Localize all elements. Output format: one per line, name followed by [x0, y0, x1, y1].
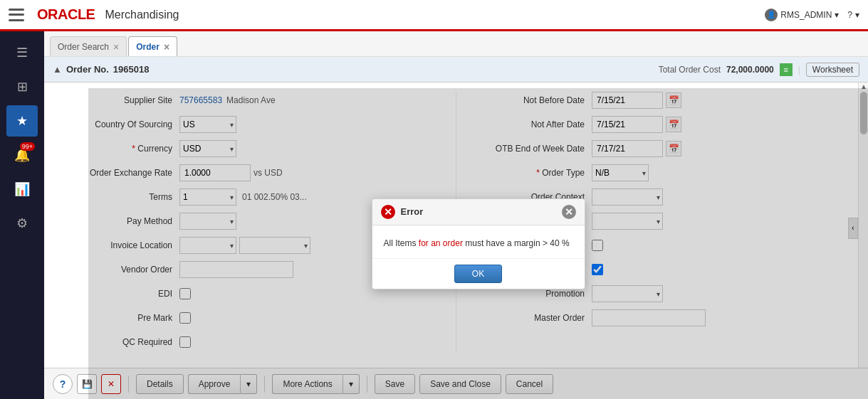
dialog-title: Error: [401, 206, 424, 217]
dialog-header: ✕ Error ✕: [372, 199, 585, 225]
dialog-close-button[interactable]: ✕: [562, 205, 576, 219]
help-icon: ?: [847, 10, 852, 20]
collapse-icon[interactable]: ▲: [53, 64, 62, 75]
chart-icon: 📊: [14, 181, 30, 197]
top-bar-left: ORACLE Merchandising: [9, 6, 179, 23]
main-content: ▲ Order No. 1965018 Total Order Cost 72,…: [44, 57, 868, 399]
order-header-right: Total Order Cost 72,000.0000 ≡ | Workshe…: [659, 63, 859, 77]
sidebar-item-notifications[interactable]: 🔔 99+: [6, 139, 38, 171]
user-dropdown-icon[interactable]: ▾: [835, 10, 839, 20]
help-question-icon: ?: [60, 378, 66, 390]
tab-order[interactable]: Order ×: [128, 36, 177, 56]
dialog-body: All Items for an order must have a margi…: [372, 225, 585, 258]
error-dialog-overlay: ✕ Error ✕ All Items for an order must ha…: [88, 88, 868, 399]
order-number-value: 1965018: [113, 64, 150, 75]
user-info[interactable]: 👤 RMS_ADMIN ▾: [765, 9, 839, 21]
sidebar-item-home[interactable]: ⊞: [6, 71, 38, 102]
user-avatar-icon: 👤: [765, 9, 778, 21]
star-icon: ★: [16, 113, 28, 129]
left-sidebar: ☰ ⊞ ★ 🔔 99+ 📊 ⚙: [0, 31, 44, 399]
worksheet-status: Worksheet: [806, 63, 859, 77]
oracle-logo: ORACLE: [37, 6, 95, 23]
notification-badge: 99+: [20, 142, 35, 151]
spreadsheet-icon[interactable]: ≡: [780, 63, 793, 76]
total-cost-value: 72,000.0000: [726, 65, 774, 75]
top-bar: ORACLE Merchandising 👤 RMS_ADMIN ▾ ? ▾: [0, 0, 868, 31]
separator: |: [798, 65, 800, 75]
app-title: Merchandising: [105, 9, 179, 21]
hamburger-menu-icon[interactable]: [9, 9, 24, 21]
dialog-message-text: All Items for an order must have a margi…: [384, 238, 570, 248]
tab-order-label: Order: [136, 42, 160, 52]
help-button[interactable]: ?: [53, 374, 73, 394]
gear-icon: ⚙: [16, 216, 28, 231]
sidebar-item-menu[interactable]: ☰: [6, 37, 38, 68]
error-icon: ✕: [381, 205, 395, 219]
tab-order-close[interactable]: ×: [164, 42, 169, 52]
home-icon: ⊞: [17, 79, 28, 95]
dialog-title-row: ✕ Error: [381, 205, 424, 219]
user-name: RMS_ADMIN: [780, 10, 832, 20]
tab-order-search-close[interactable]: ×: [113, 42, 119, 52]
dialog-footer: OK: [372, 258, 585, 289]
sidebar-item-favorites[interactable]: ★: [6, 105, 38, 137]
top-bar-right: 👤 RMS_ADMIN ▾ ? ▾: [765, 9, 859, 21]
error-dialog: ✕ Error ✕ All Items for an order must ha…: [372, 198, 585, 289]
menu-icon: ☰: [16, 45, 28, 60]
sidebar-item-reports[interactable]: 📊: [6, 174, 38, 205]
help-button[interactable]: ? ▾: [847, 10, 859, 20]
tab-bar: Order Search × Order ×: [44, 31, 868, 57]
order-number-label: Order No.: [66, 64, 109, 75]
help-dropdown-icon[interactable]: ▾: [855, 10, 859, 20]
tab-order-search[interactable]: Order Search ×: [50, 36, 127, 56]
tab-order-search-label: Order Search: [58, 42, 109, 52]
total-cost-label: Total Order Cost: [659, 65, 721, 75]
oracle-text: ORACLE: [37, 6, 95, 23]
dialog-ok-button[interactable]: OK: [454, 265, 502, 283]
sidebar-item-settings[interactable]: ⚙: [6, 208, 38, 239]
order-number: ▲ Order No. 1965018: [53, 64, 149, 75]
order-header: ▲ Order No. 1965018 Total Order Cost 72,…: [44, 57, 868, 83]
